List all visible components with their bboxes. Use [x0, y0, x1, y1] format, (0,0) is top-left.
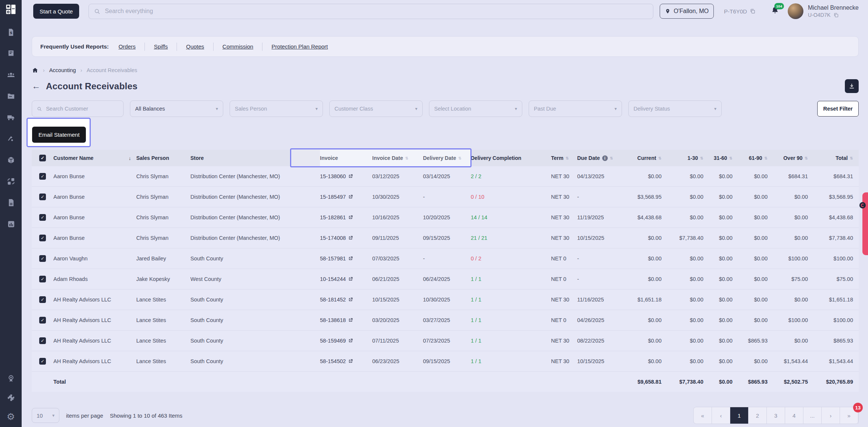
column-invoice-date[interactable]: Invoice Date⇅ — [372, 150, 423, 166]
column-invoice[interactable]: Invoice — [320, 150, 372, 166]
home-icon[interactable] — [32, 67, 38, 74]
invoice-link[interactable]: 58-159469 — [320, 338, 372, 344]
notifications-button[interactable]: 104 — [771, 6, 780, 16]
feedback-widget-icon[interactable] — [859, 202, 866, 208]
bucket-61-90-cell: $0.00 — [736, 194, 771, 200]
page-button-4[interactable]: 4 — [785, 407, 803, 424]
row-checkbox[interactable] — [32, 255, 53, 262]
customers-icon[interactable] — [6, 70, 15, 79]
invoice-link[interactable]: 15-138060 — [320, 173, 372, 179]
integrations-puzzle-icon[interactable] — [6, 393, 15, 402]
page-button-...[interactable]: ... — [803, 407, 822, 424]
folders-icon[interactable] — [6, 92, 15, 100]
sales-person-dropdown[interactable]: Sales Person▾ — [230, 100, 323, 117]
info-icon[interactable]: i — [602, 155, 608, 161]
invoice-link[interactable]: 58-154502 — [320, 358, 372, 364]
reset-filter-button[interactable]: Reset Filter — [817, 101, 859, 117]
page-button-‹[interactable]: ‹ — [712, 407, 730, 424]
location-dropdown[interactable]: Select Location▾ — [429, 100, 522, 117]
column-current[interactable]: Current⇅ — [626, 155, 665, 161]
invoice-link[interactable]: 15-174008 — [320, 235, 372, 241]
topbar: Start a Quote O'Fallon, MO P-T6Y0D 104 M… — [32, 0, 859, 22]
column-delivery-completion[interactable]: Delivery Completion — [471, 155, 551, 161]
rewards-badge-icon[interactable] — [6, 374, 15, 383]
start-quote-button[interactable]: Start a Quote — [33, 4, 79, 19]
report-link-protection-plan[interactable]: Protection Plan Report — [271, 43, 328, 50]
breadcrumb-accounting[interactable]: Accounting — [49, 67, 76, 73]
column-delivery-date[interactable]: Delivery Date⇅ — [423, 150, 471, 166]
over-90-cell: $0.00 — [771, 297, 812, 303]
row-checkbox[interactable] — [32, 276, 53, 282]
column-sales-person[interactable]: Sales Person — [136, 155, 190, 161]
row-checkbox[interactable] — [32, 194, 53, 200]
delivery-status-dropdown[interactable]: Delivery Status▾ — [628, 100, 722, 117]
column-total[interactable]: Total⇅ — [812, 155, 857, 161]
invoice-link[interactable]: 58-181452 — [320, 297, 372, 303]
total-total: $20,765.89 — [812, 379, 857, 385]
row-checkbox[interactable] — [32, 358, 53, 365]
column-61-90[interactable]: 61-90⇅ — [736, 155, 771, 161]
row-checkbox[interactable] — [32, 235, 53, 241]
column-31-60[interactable]: 31-60⇅ — [707, 155, 736, 161]
back-arrow-icon[interactable]: ← — [32, 82, 40, 90]
app-logo-icon[interactable] — [5, 4, 16, 16]
past-due-dropdown[interactable]: Past Due▾ — [529, 100, 622, 117]
balance-filter-dropdown[interactable]: All Balances▾ — [130, 100, 223, 117]
showing-items-text: Showing 1 to 10 of 463 Items — [110, 412, 182, 419]
invoice-link[interactable]: 15-185497 — [320, 194, 372, 200]
page-button-2[interactable]: 2 — [749, 407, 767, 424]
documents-icon[interactable] — [6, 198, 15, 207]
table-row: AH Realty Advisors LLCLance StitesSouth … — [32, 290, 859, 310]
delivery-completion-cell: 21 / 21 — [471, 235, 551, 241]
page-button-«[interactable]: « — [694, 407, 712, 424]
page-button-›[interactable]: › — [822, 407, 840, 424]
customer-class-dropdown[interactable]: Customer Class▾ — [329, 100, 423, 117]
report-link-commission[interactable]: Commission — [223, 43, 253, 50]
row-checkbox[interactable] — [32, 317, 53, 324]
report-link-orders[interactable]: Orders — [118, 43, 136, 50]
due-date-cell: 11/19/2025 — [577, 214, 626, 220]
global-search-input[interactable] — [104, 7, 648, 15]
email-statement-button[interactable]: Email Statement — [32, 127, 86, 143]
column-store[interactable]: Store — [190, 155, 320, 161]
report-link-quotes[interactable]: Quotes — [186, 43, 204, 50]
column-over-90[interactable]: Over 90⇅ — [771, 155, 812, 161]
page-button-3[interactable]: 3 — [767, 407, 785, 424]
select-all-checkbox[interactable] — [32, 155, 53, 161]
copy-icon[interactable] — [750, 8, 756, 14]
download-button[interactable] — [845, 79, 859, 93]
sales-quote-icon[interactable]: $ — [6, 28, 15, 37]
settings-gear-icon[interactable]: ⚙ — [6, 412, 15, 421]
copy-icon[interactable] — [833, 12, 839, 18]
store-cell: West County — [190, 276, 320, 282]
column-1-30[interactable]: 1-30⇅ — [665, 155, 707, 161]
delivery-truck-icon[interactable] — [6, 113, 15, 122]
account-receivables-page: $ ⚙ Start a Quote O — [0, 0, 868, 427]
row-checkbox[interactable] — [32, 296, 53, 303]
orders-receipt-icon[interactable] — [6, 49, 15, 58]
customer-search-field[interactable] — [32, 100, 124, 117]
reports-chart-icon[interactable] — [6, 219, 15, 228]
invoice-link[interactable]: 58-157981 — [320, 256, 372, 262]
routes-icon[interactable] — [6, 134, 15, 143]
user-avatar[interactable] — [788, 3, 803, 19]
inventory-box-icon[interactable] — [6, 155, 15, 164]
global-search[interactable] — [88, 4, 653, 19]
customer-search-input[interactable] — [45, 105, 118, 112]
row-checkbox[interactable] — [32, 173, 53, 180]
location-selector[interactable]: O'Fallon, MO — [660, 4, 714, 19]
invoice-link[interactable]: 10-154244 — [320, 276, 372, 282]
items-per-page-select[interactable]: 10▾ — [32, 408, 59, 423]
report-link-spiffs[interactable]: Spiffs — [154, 43, 168, 50]
row-checkbox[interactable] — [32, 214, 53, 221]
column-due-date[interactable]: Due Datei⇅ — [577, 155, 626, 161]
column-customer-name[interactable]: Customer Name↓ — [53, 155, 136, 161]
transfers-icon[interactable] — [6, 177, 15, 186]
invoice-link[interactable]: 58-138618 — [320, 317, 372, 323]
invoice-link[interactable]: 15-182861 — [320, 214, 372, 220]
page-button-1[interactable]: 1 — [730, 407, 749, 424]
row-checkbox[interactable] — [32, 337, 53, 344]
column-term[interactable]: Term⇅ — [551, 155, 577, 161]
sales-person-cell: Lance Stites — [136, 297, 190, 303]
table-row: Aaron VaughnJared BaileySouth County58-1… — [32, 248, 859, 269]
